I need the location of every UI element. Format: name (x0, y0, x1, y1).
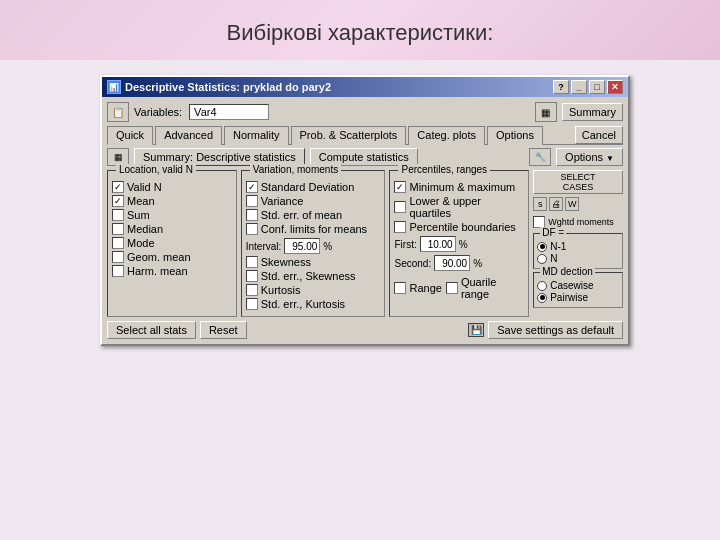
min-max-row: Minimum & maximum (394, 181, 524, 193)
help-button[interactable]: ? (553, 80, 569, 94)
md-panel: MD dection Casewise Pairwise (533, 272, 623, 308)
first-row: First: % (394, 236, 524, 252)
save-icon: 💾 (468, 323, 484, 337)
toolbar-icon: 📋 (107, 102, 129, 122)
range-row: Range Quarilerange (394, 274, 524, 302)
quartiles-label: Lower & upper quartiles (409, 195, 524, 219)
dialog-body: 📋 Variables: Var4 ▦ Summary Quick Advanc… (102, 97, 628, 344)
harm-mean-checkbox[interactable] (112, 265, 124, 277)
min-max-checkbox[interactable] (394, 181, 406, 193)
sum-checkbox[interactable] (112, 209, 124, 221)
reset-button[interactable]: Reset (200, 321, 247, 339)
mode-label: Mode (127, 237, 155, 249)
tab-normality[interactable]: Normality (224, 126, 288, 145)
tab-categ-plots[interactable]: Categ. plots (408, 126, 485, 145)
md-options: Casewise Pairwise (537, 280, 619, 303)
title-bar-controls: ? _ □ ✕ (553, 80, 623, 94)
summary-icon: ▦ (535, 102, 557, 122)
n1-label: N-1 (550, 241, 566, 252)
tab-quick[interactable]: Quick (107, 126, 153, 145)
valid-n-checkbox[interactable] (112, 181, 124, 193)
second-unit: % (473, 258, 482, 269)
df-options: N-1 N (537, 241, 619, 264)
main-content: Location, valid N Valid N Mean Sum (107, 170, 623, 317)
skewness-label: Skewness (261, 256, 311, 268)
std-err-kurt-checkbox[interactable] (246, 298, 258, 310)
kurtosis-label: Kurtosis (261, 284, 301, 296)
minimize-button[interactable]: _ (571, 80, 587, 94)
tabs-row: Quick Advanced Normality Prob. & Scatter… (107, 126, 623, 145)
variance-label: Variance (261, 195, 304, 207)
tab-options[interactable]: Options (487, 126, 543, 145)
std-err-mean-label: Std. err. of mean (261, 209, 342, 221)
geom-mean-checkbox[interactable] (112, 251, 124, 263)
interval-input[interactable] (284, 238, 320, 254)
dialog-title: Descriptive Statistics: pryklad do pary2 (125, 81, 331, 93)
variables-input[interactable]: Var4 (189, 104, 269, 120)
cancel-button[interactable]: Cancel (575, 126, 623, 144)
conf-limits-label: Conf. limits for means (261, 223, 367, 235)
tabs-spacer (545, 126, 575, 144)
casewise-label: Casewise (550, 280, 593, 291)
std-err-skew-checkbox[interactable] (246, 270, 258, 282)
pairwise-label: Pairwise (550, 292, 588, 303)
save-default-button[interactable]: Save settings as default (488, 321, 623, 339)
range-checkbox-row: Range (394, 276, 441, 300)
conf-limits-checkbox[interactable] (246, 223, 258, 235)
options-icon: 🔧 (529, 148, 551, 166)
percentile-bounds-checkbox[interactable] (394, 221, 406, 233)
md-title: MD dection (540, 266, 595, 277)
kurtosis-checkbox[interactable] (246, 284, 258, 296)
percentiles-items: Minimum & maximum Lower & upper quartile… (394, 181, 524, 302)
select-icon-1: s (533, 197, 547, 211)
median-row: Median (112, 223, 232, 235)
options-label: Options (565, 151, 603, 163)
median-label: Median (127, 223, 163, 235)
n-radio[interactable] (537, 254, 547, 264)
std-err-kurt-row: Std. err., Kurtosis (246, 298, 381, 310)
n-row: N (537, 253, 619, 264)
median-checkbox[interactable] (112, 223, 124, 235)
mode-checkbox[interactable] (112, 237, 124, 249)
variables-label: Variables: (134, 106, 182, 118)
quartiles-checkbox[interactable] (394, 201, 406, 213)
tab-prob-scatterplots[interactable]: Prob. & Scatterplots (291, 126, 407, 145)
n1-radio[interactable] (537, 242, 547, 252)
std-err-mean-checkbox[interactable] (246, 209, 258, 221)
bottom-row: Select all stats Reset 💾 Save settings a… (107, 321, 623, 339)
std-dev-checkbox[interactable] (246, 181, 258, 193)
select-cases-button[interactable]: SELECTCASES (533, 170, 623, 194)
variance-checkbox[interactable] (246, 195, 258, 207)
select-all-button[interactable]: Select all stats (107, 321, 196, 339)
maximize-button[interactable]: □ (589, 80, 605, 94)
variation-panel-title: Variation, moments (250, 164, 341, 175)
close-button[interactable]: ✕ (607, 80, 623, 94)
quartile-range-row: Quarilerange (446, 276, 496, 300)
percentile-bounds-label: Percentile boundaries (409, 221, 515, 233)
range-checkbox[interactable] (394, 282, 406, 294)
second-label: Second: (394, 258, 431, 269)
pairwise-radio[interactable] (537, 293, 547, 303)
std-err-kurt-label: Std. err., Kurtosis (261, 298, 345, 310)
mean-checkbox[interactable] (112, 195, 124, 207)
variance-row: Variance (246, 195, 381, 207)
skewness-checkbox[interactable] (246, 256, 258, 268)
pairwise-row: Pairwise (537, 292, 619, 303)
tab-advanced[interactable]: Advanced (155, 126, 222, 145)
percentiles-panel-title: Percentiles, ranges (398, 164, 490, 175)
std-err-skew-row: Std. err., Skewness (246, 270, 381, 282)
right-column: SELECTCASES s 🖨 W Wghtd moments DF = (533, 170, 623, 317)
title-bar-left: 📊 Descriptive Statistics: pryklad do par… (107, 80, 331, 94)
summary-button[interactable]: Summary (562, 103, 623, 121)
conf-limits-row: Conf. limits for means (246, 223, 381, 235)
valid-n-label: Valid N (127, 181, 162, 193)
std-err-skew-label: Std. err., Skewness (261, 270, 356, 282)
page-title: Вибіркові характеристики: (0, 20, 720, 46)
second-input[interactable] (434, 255, 470, 271)
casewise-radio[interactable] (537, 281, 547, 291)
first-input[interactable] (420, 236, 456, 252)
valid-n-row: Valid N (112, 181, 232, 193)
quartile-range-checkbox[interactable] (446, 282, 458, 294)
options-button[interactable]: Options ▼ (556, 148, 623, 166)
interval-unit: % (323, 241, 332, 252)
